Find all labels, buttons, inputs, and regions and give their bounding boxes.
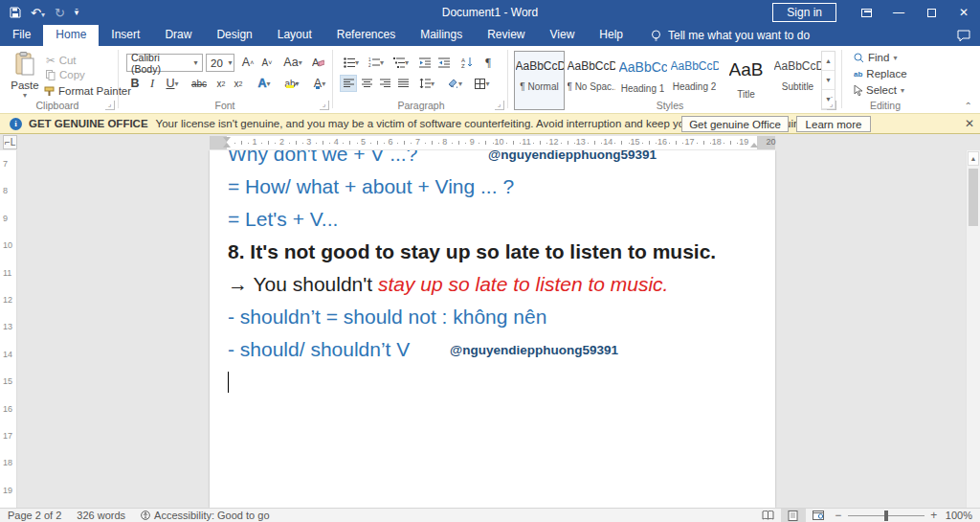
- first-line-indent-marker[interactable]: [223, 137, 231, 142]
- text-effects-button[interactable]: A▾: [253, 75, 276, 92]
- document-line[interactable]: = How/ what + about + Ving ... ?: [228, 170, 766, 203]
- vertical-ruler[interactable]: 78910111213141516171819: [0, 150, 17, 508]
- tab-view[interactable]: View: [538, 25, 588, 46]
- tab-references[interactable]: References: [324, 25, 408, 46]
- print-layout-icon[interactable]: [781, 509, 806, 522]
- select-button[interactable]: Select▾: [854, 84, 904, 96]
- document-line[interactable]: - shouldn’t = should not : không nên: [228, 301, 766, 333]
- bold-button[interactable]: B: [126, 75, 144, 92]
- clear-formatting-button[interactable]: A: [309, 54, 326, 71]
- document-line[interactable]: 8. It's not good to stay up so late to l…: [228, 236, 766, 268]
- tab-design[interactable]: Design: [204, 25, 264, 46]
- paragraph-dialog-launcher[interactable]: ⌟: [495, 101, 504, 110]
- copy-button[interactable]: Copy: [46, 69, 85, 80]
- styles-scroll-up-icon[interactable]: ▲: [822, 52, 835, 71]
- change-case-button[interactable]: Aa▾: [280, 54, 305, 71]
- sign-in-button[interactable]: Sign in: [772, 3, 836, 22]
- page-indicator[interactable]: Page 2 of 2: [0, 510, 69, 521]
- save-icon[interactable]: [10, 7, 21, 18]
- text-highlight-button[interactable]: ab̷▾: [279, 75, 304, 92]
- shading-button[interactable]: ▾: [443, 75, 466, 92]
- zoom-percentage[interactable]: 100%: [942, 510, 980, 521]
- tab-selector[interactable]: ⌐L: [3, 135, 17, 149]
- scroll-up-icon[interactable]: ▲: [968, 151, 979, 166]
- tab-insert[interactable]: Insert: [99, 25, 152, 46]
- clipboard-dialog-launcher[interactable]: ⌟: [105, 101, 115, 110]
- read-mode-icon[interactable]: [756, 509, 781, 522]
- tab-file[interactable]: File: [0, 25, 43, 46]
- document-line[interactable]: - should/ shouldn’t V@nguyendiepphuong59…: [228, 333, 766, 366]
- style-subtitle[interactable]: AaBbCcDcSubtitle: [772, 51, 823, 110]
- font-color-button[interactable]: A▾: [308, 75, 331, 92]
- web-layout-icon[interactable]: [806, 509, 831, 522]
- styles-dialog-launcher[interactable]: ⌟: [827, 101, 836, 110]
- decrease-indent-button[interactable]: [416, 54, 434, 71]
- find-button[interactable]: Find▾: [854, 52, 897, 63]
- comment-bubble-icon[interactable]: [957, 25, 970, 46]
- font-size-combo[interactable]: 20▾: [206, 54, 234, 72]
- warning-close-icon[interactable]: ✕: [965, 117, 974, 130]
- styles-scroll-down-icon[interactable]: ▼: [822, 71, 835, 90]
- restore-button[interactable]: [915, 0, 947, 25]
- word-count[interactable]: 326 words: [69, 510, 133, 521]
- align-right-button[interactable]: [376, 75, 393, 92]
- tab-mailings[interactable]: Mailings: [408, 25, 475, 46]
- tab-layout[interactable]: Layout: [265, 25, 324, 46]
- bullets-button[interactable]: ▾: [340, 54, 363, 71]
- style--normal[interactable]: AaBbCcDc¶ Normal: [514, 51, 565, 110]
- shrink-font-button[interactable]: A˅: [258, 54, 276, 71]
- underline-button[interactable]: U▾: [161, 75, 184, 92]
- style--no-spac-[interactable]: AaBbCcDc¶ No Spac...: [566, 51, 616, 110]
- tab-draw[interactable]: Draw: [152, 25, 204, 46]
- document-line[interactable]: Why don't we + V ...?@nguyendiepphuong59…: [228, 150, 766, 170]
- align-center-button[interactable]: [358, 75, 375, 92]
- vertical-scrollbar[interactable]: ▲: [966, 150, 980, 508]
- zoom-out-icon[interactable]: −: [831, 509, 846, 522]
- borders-button[interactable]: ▾: [471, 75, 494, 92]
- italic-button[interactable]: I: [144, 75, 161, 92]
- zoom-slider[interactable]: [848, 515, 924, 516]
- numbering-button[interactable]: 12▾: [365, 54, 388, 71]
- document-line[interactable]: = Let's + V...: [228, 203, 766, 236]
- get-genuine-office-button[interactable]: Get genuine Office: [681, 116, 789, 132]
- collapse-ribbon-icon[interactable]: ⌃: [965, 101, 972, 111]
- style-title[interactable]: AaBTitle: [721, 51, 771, 110]
- document-line[interactable]: [228, 366, 766, 398]
- zoom-slider-thumb[interactable]: [884, 511, 888, 521]
- customize-quick-access-icon[interactable]: ▾̄: [75, 9, 79, 17]
- learn-more-button[interactable]: Learn more: [796, 116, 871, 132]
- superscript-button[interactable]: x2: [230, 75, 247, 92]
- show-hide-marks-button[interactable]: ¶: [479, 54, 497, 71]
- right-indent-marker[interactable]: [750, 143, 758, 148]
- sort-button[interactable]: AZ: [458, 54, 476, 71]
- close-button[interactable]: ✕: [947, 0, 980, 25]
- tell-me-search[interactable]: Tell me what you want to do: [635, 25, 810, 46]
- strikethrough-button[interactable]: abc: [188, 75, 211, 92]
- multilevel-list-button[interactable]: ▾: [390, 54, 412, 71]
- redo-icon[interactable]: ↻: [55, 7, 65, 19]
- align-left-button[interactable]: [340, 75, 357, 92]
- line-spacing-button[interactable]: ▾: [415, 75, 438, 92]
- minimize-button[interactable]: —: [882, 0, 915, 25]
- subscript-button[interactable]: x2: [212, 75, 230, 92]
- justify-button[interactable]: [394, 75, 412, 92]
- paste-dropdown-caret[interactable]: ▾: [23, 91, 27, 100]
- tab-review[interactable]: Review: [475, 25, 537, 46]
- zoom-in-icon[interactable]: +: [926, 509, 942, 522]
- cut-button[interactable]: ✂Cut: [46, 54, 77, 67]
- scrollbar-thumb[interactable]: [969, 169, 978, 226]
- increase-indent-button[interactable]: [435, 54, 453, 71]
- font-dialog-launcher[interactable]: ⌟: [320, 101, 329, 110]
- horizontal-ruler[interactable]: 1234567891011121314151617181920: [210, 136, 775, 149]
- font-name-combo[interactable]: Calibri (Body)▾: [126, 54, 203, 72]
- tab-home[interactable]: Home: [43, 25, 99, 46]
- replace-button[interactable]: ab Replace: [854, 68, 907, 79]
- accessibility-status[interactable]: Accessibility: Good to go: [133, 510, 277, 521]
- undo-icon[interactable]: ↶▾: [31, 7, 45, 19]
- tab-help[interactable]: Help: [587, 25, 635, 46]
- hanging-indent-marker[interactable]: [223, 143, 231, 148]
- ribbon-display-options-icon[interactable]: [850, 0, 882, 25]
- grow-font-button[interactable]: A˄: [239, 54, 256, 71]
- document-line[interactable]: → You shouldn't stay up so late to liste…: [228, 268, 766, 301]
- document-page[interactable]: Why don't we + V ...?@nguyendiepphuong59…: [210, 150, 775, 508]
